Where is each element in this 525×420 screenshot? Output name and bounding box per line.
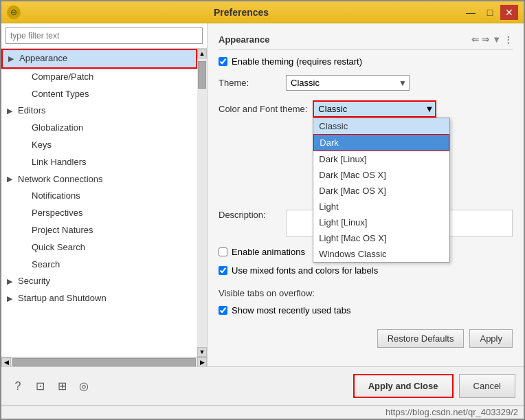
export-icon[interactable]: ⊡ (32, 378, 48, 395)
tree-item-project-natures[interactable]: Project Natures (1, 222, 197, 239)
dropdown-option-dark-macosx1[interactable]: Dark [Mac OS X] (313, 167, 449, 183)
dropdown-option-dark[interactable]: Dark (313, 134, 449, 151)
apply-and-close-button[interactable]: Apply and Close (353, 374, 454, 398)
tree-label-compare: Compare/Patch (32, 70, 93, 85)
tree-label-proj: Project Natures (32, 223, 93, 238)
dropdown-option-dark-linux[interactable]: Dark [Linux] (313, 151, 449, 167)
status-url: https://blog.csdn.net/qr_403329/2 (386, 407, 518, 417)
tree-label-content: Content Types (32, 87, 89, 102)
nav-dropdown[interactable]: ▼ (492, 34, 501, 45)
tree-scrollbar: ▲ ▼ (197, 49, 207, 357)
tree-item-editors[interactable]: ▶ Editors (1, 102, 197, 120)
maximize-button[interactable]: □ (481, 5, 499, 20)
filter-wrapper (1, 23, 207, 49)
dropdown-option-light-macosx[interactable]: Light [Mac OS X] (313, 230, 449, 246)
tree-item-network-connections[interactable]: ▶ Network Connections (1, 171, 197, 188)
tree-label-search: Search (32, 258, 60, 272)
horizontal-scrollbar: ◀ ▶ (1, 357, 207, 366)
bottom-icons: ? ⊡ ⊞ ◎ (10, 378, 92, 395)
dropdown-option-classic[interactable]: Classic (313, 118, 449, 134)
prefs-icon[interactable]: ◎ (76, 378, 92, 395)
right-panel: Appearance ⇐ ⇒ ▼ ⋮ Enable theming (requi… (208, 23, 524, 366)
preferences-window: ⊖ Preferences — □ ✕ ▶ Appearance (0, 0, 525, 420)
cancel-button[interactable]: Cancel (459, 374, 515, 398)
color-font-current[interactable]: Classic ▼ (313, 100, 436, 118)
use-mixed-fonts-row: Use mixed fonts and colors for labels (219, 265, 513, 276)
expand-icon-editors: ▶ (7, 105, 15, 118)
dropdown-option-dark-macosx2[interactable]: Dark [Mac OS X] (313, 183, 449, 199)
expand-icon-security: ▶ (7, 276, 15, 288)
h-scroll-left[interactable]: ◀ (1, 357, 11, 367)
description-label: Description: (219, 210, 280, 220)
tree-item-startup[interactable]: ▶ Startup and Shutdown (1, 290, 197, 307)
tree-item-quick-search[interactable]: Quick Search (1, 239, 197, 256)
nav-menu[interactable]: ⋮ (504, 34, 513, 45)
tree-label-security: Security (18, 274, 50, 289)
show-recent-checkbox[interactable] (219, 306, 227, 315)
theme-select[interactable]: Classic (286, 75, 410, 91)
minimize-button[interactable]: — (462, 5, 480, 20)
use-mixed-fonts-label: Use mixed fonts and colors for labels (232, 265, 378, 276)
use-mixed-fonts-checkbox[interactable] (219, 266, 227, 275)
expand-icon-startup: ▶ (7, 293, 15, 305)
dropdown-option-windows-classic[interactable]: Windows Classic (313, 246, 449, 262)
h-scroll-thumb[interactable] (12, 358, 196, 366)
enable-animations-checkbox[interactable] (219, 247, 227, 256)
theme-row: Theme: Classic ▼ (219, 75, 513, 91)
tree-label-link: Link Handlers (32, 155, 87, 170)
section-title-text: Appearance (219, 34, 269, 45)
expand-icon-network: ▶ (7, 173, 15, 186)
filter-input[interactable] (5, 27, 203, 44)
color-font-arrow: ▼ (425, 104, 434, 114)
nav-back[interactable]: ⇐ (471, 34, 479, 45)
tree-item-link-handlers[interactable]: Link Handlers (1, 154, 197, 171)
enable-theming-checkbox[interactable] (219, 57, 227, 66)
tree-item-globalization[interactable]: Globalization (1, 120, 197, 137)
status-bar: https://blog.csdn.net/qr_403329/2 (1, 405, 524, 419)
enable-theming-label: Enable theming (requires restart) (232, 56, 362, 67)
window-icon: ⊖ (7, 5, 21, 19)
dropdown-option-light-linux[interactable]: Light [Linux] (313, 214, 449, 230)
tree-label-editors: Editors (18, 104, 45, 118)
scroll-thumb[interactable] (198, 61, 206, 89)
tree-label-appearance: Appearance (19, 52, 67, 66)
scroll-down-button[interactable]: ▼ (197, 347, 207, 357)
tree-content: ▶ Appearance Compare/Patch Content Types… (1, 49, 197, 357)
tree-item-security[interactable]: ▶ Security (1, 273, 197, 290)
show-recent-label: Show most recently used tabs (232, 305, 350, 316)
color-font-dropdown-menu: Classic Dark Dark [Linux] Dark [Mac OS X… (313, 118, 450, 263)
enable-theming-row: Enable theming (requires restart) (219, 56, 513, 67)
help-icon[interactable]: ? (10, 378, 26, 395)
tree-item-appearance[interactable]: ▶ Appearance (1, 49, 197, 69)
window-controls: — □ ✕ (462, 5, 518, 20)
color-font-label: Color and Font theme: (219, 104, 307, 114)
action-buttons: Restore Defaults Apply (219, 329, 513, 348)
tree-item-perspectives[interactable]: Perspectives (1, 205, 197, 222)
theme-label: Theme: (219, 78, 280, 88)
tree-item-compare-patch[interactable]: Compare/Patch (1, 69, 197, 86)
expand-icon-appearance: ▶ (8, 53, 16, 65)
nav-forward[interactable]: ⇒ (482, 34, 489, 45)
apply-button[interactable]: Apply (469, 329, 513, 348)
dropdown-option-light[interactable]: Light (313, 199, 449, 214)
tree-label-quick: Quick Search (32, 241, 85, 255)
tree-label-glob: Globalization (32, 121, 83, 135)
import-icon[interactable]: ⊞ (54, 378, 70, 395)
tree-item-content-types[interactable]: Content Types (1, 86, 197, 103)
scroll-up-button[interactable]: ▲ (197, 49, 207, 58)
h-scroll-right[interactable]: ▶ (197, 357, 207, 367)
tree-item-search[interactable]: Search (1, 256, 197, 274)
tree-label-keys: Keys (32, 138, 52, 153)
title-bar: ⊖ Preferences — □ ✕ (1, 1, 524, 23)
close-button[interactable]: ✕ (500, 5, 518, 20)
tree-label-notif: Notifications (32, 189, 80, 203)
color-font-row: Color and Font theme: Classic ▼ Classic … (219, 100, 513, 118)
tree-item-keys[interactable]: Keys (1, 137, 197, 154)
tree-item-notifications[interactable]: Notifications (1, 188, 197, 205)
restore-defaults-button[interactable]: Restore Defaults (377, 329, 465, 348)
window-title: Preferences (21, 7, 462, 18)
main-content: ▶ Appearance Compare/Patch Content Types… (1, 23, 524, 366)
theme-select-wrapper: Classic ▼ (286, 75, 410, 91)
color-font-dropdown-container: Classic ▼ Classic Dark Dark [Linux] Dark… (313, 100, 436, 118)
bottom-buttons: Apply and Close Cancel (353, 374, 515, 398)
